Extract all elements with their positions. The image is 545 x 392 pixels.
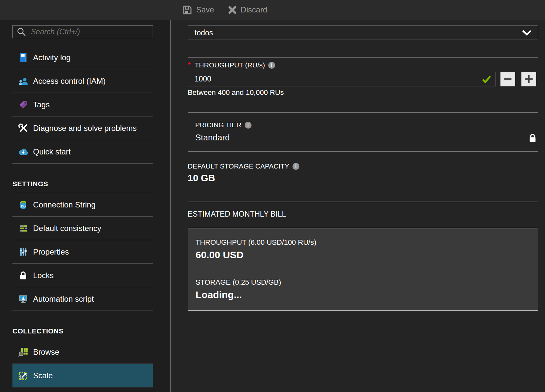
sidebar-item-label: Activity log [33,53,71,62]
sidebar-section-collections: COLLECTIONS [12,311,153,340]
command-toolbar: Save Discard [0,0,545,20]
crossed-tools-diagnose-icon [18,123,28,134]
sidebar-menu: Activity log Access control (IAM) [0,20,170,392]
throughput-hint: Between 400 and 10,000 RUs [188,88,538,97]
divider [188,151,538,152]
pricing-tier-label-text: PRICING TIER [195,121,241,129]
sidebar-item-properties[interactable]: Properties [12,240,153,264]
sidebar-item-connection-string[interactable]: DB Connection String [12,193,153,217]
sidebar-item-label: Scale [33,371,53,380]
svg-text:DB: DB [21,204,26,208]
sidebar-item-label: Automation script [33,294,94,304]
throughput-input-row [188,72,538,86]
info-icon[interactable]: i [268,62,275,69]
throughput-input[interactable] [188,72,496,86]
sidebar-item-tags[interactable]: Tags [12,93,153,116]
sidebar-item-label: Access control (IAM) [33,77,105,86]
sidebar-item-access-control[interactable]: Access control (IAM) [12,69,153,93]
sidebar-item-scale[interactable]: Scale [12,364,153,387]
divider [188,57,538,58]
bill-storage-value: Loading... [196,289,530,300]
padlock-icon [18,270,28,281]
sidebar-nav: Activity log Access control (IAM) [12,46,153,387]
sidebar-section-settings: SETTINGS [12,164,153,193]
sidebar-item-activity-log[interactable]: Activity log [12,46,153,69]
sidebar-item-label: Properties [33,247,69,257]
sidebar-item-quick-start[interactable]: Quick start [12,140,153,164]
chevron-down-icon [522,30,532,36]
sidebar-item-label: Locks [33,271,54,280]
increase-throughput-button[interactable] [521,72,536,86]
bill-storage-label: STORAGE (0.25 USD/GB) [196,278,530,287]
sidebar-item-default-consistency[interactable]: Default consistency [12,217,153,240]
database-cylinder-icon: DB [18,200,28,210]
dashed-scale-arrow-icon [18,370,28,381]
throughput-field-label: * THROUGHPUT (RU/s) i [188,61,538,69]
horizontal-sliders-icon [18,223,28,234]
tag-icon [18,99,28,110]
estimated-bill-box: THROUGHPUT (6.00 USD/100 RU/s) 60.00 USD… [188,228,538,311]
floppy-save-icon [182,5,192,15]
bill-throughput-label: THROUGHPUT (6.00 USD/100 RU/s) [196,238,530,247]
storage-capacity-label-row: DEFAULT STORAGE CAPACITY i [188,162,538,170]
valid-checkmark-icon [482,75,491,83]
required-asterisk: * [188,62,191,68]
storage-capacity-label-text: DEFAULT STORAGE CAPACITY [188,162,289,170]
sidebar-item-label: Browse [33,347,59,357]
throughput-input-wrap [188,72,496,86]
bill-throughput-value: 60.00 USD [196,249,530,260]
lock-icon [528,133,537,143]
discard-button-label: Discard [241,5,267,14]
decrease-throughput-button[interactable] [500,72,515,86]
divider [188,202,538,202]
divider [188,112,538,113]
save-button[interactable]: Save [182,5,214,15]
monitor-download-icon [18,294,28,304]
minus-icon [503,75,512,83]
sidebar-content-divider [170,20,171,392]
sidebar-item-browse[interactable]: Browse [12,340,153,364]
grid-magnifier-browse-icon [18,347,28,357]
sidebar-item-diagnose[interactable]: Diagnose and solve problems [12,116,153,140]
throughput-label-text: THROUGHPUT (RU/s) [195,61,265,69]
estimated-bill-heading: ESTIMATED MONTHLY BILL [188,210,538,219]
save-button-label: Save [196,5,214,14]
sidebar-item-label: Diagnose and solve problems [33,124,137,133]
collection-select-value: todos [195,28,213,37]
sidebar-item-label: Default consistency [33,224,101,233]
x-discard-icon [228,6,237,14]
pricing-tier-value: Standard [195,133,538,143]
collection-select[interactable]: todos [188,26,538,40]
info-icon[interactable]: i [292,163,299,170]
cloud-lightning-quickstart-icon [18,147,28,157]
search-icon [17,27,26,37]
sidebar-item-locks[interactable]: Locks [12,264,153,287]
search-input[interactable] [30,27,149,37]
pricing-tier-label-row: PRICING TIER i [195,121,538,129]
scale-blade-content: todos * THROUGHPUT (RU/s) i [188,20,538,311]
vertical-sliders-icon [18,247,28,257]
info-icon[interactable]: i [245,122,252,129]
sidebar-item-automation-script[interactable]: Automation script [12,287,153,311]
book-activity-log-icon [18,52,28,63]
sidebar-item-label: Connection String [33,200,96,209]
discard-button[interactable]: Discard [228,5,267,14]
storage-capacity-value: 10 GB [188,173,538,184]
sidebar-item-label: Tags [33,100,50,109]
sidebar-item-label: Quick start [33,147,71,156]
plus-icon [524,74,534,84]
sidebar-search-box [12,25,153,38]
pricing-tier-section: PRICING TIER i Standard [188,121,538,143]
people-access-control-icon [18,76,28,86]
azure-portal-scale-blade: { "toolbar": { "save_label": "Save", "di… [0,0,545,392]
